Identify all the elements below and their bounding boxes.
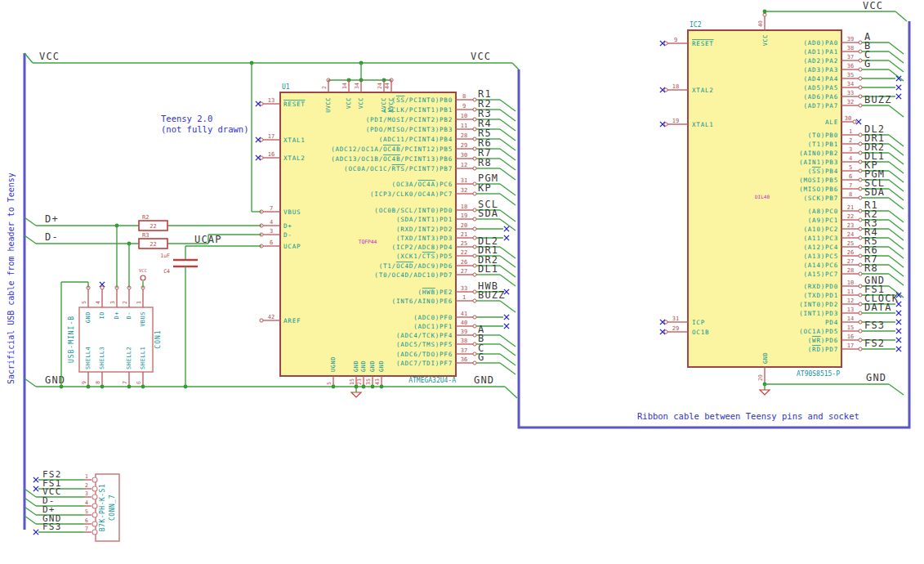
svg-text:2: 2: [85, 482, 88, 489]
svg-text:22: 22: [461, 249, 467, 256]
svg-text:6: 6: [849, 173, 852, 180]
svg-text:DIL40: DIL40: [755, 194, 770, 199]
svg-text:ALE: ALE: [825, 119, 838, 126]
svg-text:21: 21: [461, 231, 467, 238]
svg-text:17: 17: [847, 342, 854, 349]
svg-text:VCC: VCC: [346, 97, 352, 109]
svg-text:AREF: AREF: [283, 317, 301, 325]
svg-text:4: 4: [85, 499, 88, 506]
ic-u1: U1ATMEGA32U4-ATQFP442UVCC14VCC34VCC24AVC…: [256, 80, 516, 385]
svg-text:1: 1: [462, 294, 466, 301]
svg-text:12: 12: [461, 162, 467, 168]
svg-text:35: 35: [847, 72, 854, 78]
svg-text:BUZZ: BUZZ: [478, 289, 506, 301]
svg-text:(A9)PC1: (A9)PC1: [808, 217, 838, 224]
svg-text:XTAL2: XTAL2: [283, 154, 306, 162]
svg-text:R8: R8: [478, 157, 492, 168]
svg-text:(TXD/INT3)PD3: (TXD/INT3)PD3: [396, 235, 453, 242]
svg-text:9: 9: [81, 381, 87, 384]
svg-text:40: 40: [461, 320, 467, 326]
svg-text:(ICP3/CLK0/OC4A)PC7: (ICP3/CLK0/OC4A)PC7: [370, 190, 453, 198]
svg-text:GND: GND: [762, 352, 769, 364]
svg-text:(AD6)PA6: (AD6)PA6: [803, 93, 838, 101]
svg-text:22: 22: [847, 213, 854, 220]
svg-text:18: 18: [461, 204, 467, 210]
svg-text:D+: D+: [283, 222, 292, 230]
svg-text:GND: GND: [353, 360, 359, 372]
svg-text:34: 34: [354, 83, 360, 89]
svg-text:(A12)PC4: (A12)PC4: [803, 244, 838, 251]
svg-text:22: 22: [150, 241, 156, 248]
svg-text:21: 21: [847, 204, 854, 211]
svg-text:UCAP: UCAP: [194, 234, 222, 245]
svg-text:(OC0B/SCL/INT0)PD0: (OC0B/SCL/INT0)PD0: [374, 207, 453, 214]
svg-text:39: 39: [461, 329, 467, 335]
svg-text:D+: D+: [114, 311, 120, 319]
svg-text:(A13)PC5: (A13)PC5: [803, 253, 838, 260]
svg-text:(ADC13/OC1B/OC4B/PCINT13)PB6: (ADC13/OC1B/OC4B/PCINT13)PB6: [331, 155, 453, 163]
svg-text:33: 33: [847, 90, 854, 96]
svg-text:(INT1)PD3: (INT1)PD3: [799, 310, 838, 317]
svg-text:32: 32: [847, 99, 854, 105]
svg-text:R3: R3: [142, 232, 149, 239]
resistor-r2: R222: [139, 214, 167, 231]
svg-text:38: 38: [461, 338, 467, 344]
svg-text:SHELL4: SHELL4: [85, 347, 92, 369]
svg-text:3: 3: [849, 146, 852, 153]
svg-text:6: 6: [85, 517, 88, 524]
svg-text:23: 23: [356, 378, 363, 385]
svg-text:41: 41: [461, 311, 467, 317]
svg-text:16: 16: [268, 151, 275, 158]
svg-text:GND: GND: [45, 374, 65, 386]
svg-text:14: 14: [847, 316, 854, 322]
svg-text:GND: GND: [369, 360, 376, 372]
svg-text:16: 16: [847, 333, 854, 340]
svg-text:6: 6: [136, 381, 142, 384]
svg-text:SHELL1: SHELL1: [140, 347, 146, 369]
svg-text:27: 27: [847, 258, 854, 265]
svg-text:KP: KP: [478, 182, 492, 194]
header-conn7: B7K-PH-K-S1CONN_7FS21FS12VCC3D-4D+5GND6F…: [25, 469, 119, 541]
svg-text:1uF: 1uF: [160, 253, 170, 259]
svg-text:GND: GND: [474, 374, 494, 386]
svg-text:(A11)PC3: (A11)PC3: [803, 235, 838, 242]
svg-text:24: 24: [847, 231, 854, 238]
svg-text:(ADC5/TMS)PF5: (ADC5/TMS)PF5: [396, 341, 453, 348]
svg-text:23: 23: [847, 222, 854, 229]
svg-text:(AD0)PA0: (AD0)PA0: [803, 39, 838, 47]
svg-text:RESET: RESET: [283, 101, 306, 108]
svg-text:4: 4: [849, 155, 852, 162]
svg-text:B7K-PH-K-S1: B7K-PH-K-S1: [99, 484, 106, 531]
svg-text:5: 5: [326, 382, 333, 385]
svg-text:19: 19: [461, 213, 467, 219]
svg-text:VCC: VCC: [358, 97, 364, 109]
svg-text:R2: R2: [142, 214, 149, 221]
svg-text:13: 13: [847, 307, 854, 313]
svg-text:2: 2: [849, 137, 852, 144]
svg-text:3: 3: [85, 490, 88, 497]
svg-text:(ADC11/PCINT4)PB4: (ADC11/PCINT4)PB4: [379, 136, 453, 143]
svg-text:(AD7)PA7: (AD7)PA7: [803, 102, 838, 110]
svg-text:43: 43: [374, 378, 381, 385]
svg-text:ID: ID: [99, 311, 105, 319]
ic-ic2: IC2AT90S8515-PDIL4040VCCVCC20GNDGND9RESE…: [660, 0, 907, 395]
svg-text:GND: GND: [85, 311, 92, 323]
svg-text:(XCK1/CTS)PD5: (XCK1/CTS)PD5: [396, 253, 453, 260]
svg-text:ATMEGA32U4-A: ATMEGA32U4-A: [408, 377, 456, 384]
svg-text:(SDA/INT1)PD1: (SDA/INT1)PD1: [396, 216, 453, 223]
svg-text:31: 31: [461, 177, 467, 184]
svg-text:G: G: [864, 58, 871, 69]
svg-text:(A10)PC2: (A10)PC2: [803, 226, 838, 233]
svg-text:35: 35: [365, 378, 372, 385]
svg-text:31: 31: [672, 316, 679, 322]
svg-text:VBUS: VBUS: [283, 208, 301, 216]
svg-text:(WR)PD6: (WR)PD6: [808, 337, 838, 344]
svg-text:26: 26: [847, 249, 854, 256]
svg-text:24: 24: [377, 83, 383, 89]
svg-text:(SCLK/PCINT1)PB1: (SCLK/PCINT1)PB1: [383, 106, 453, 114]
svg-text:GND: GND: [866, 372, 886, 383]
svg-text:15: 15: [847, 325, 854, 331]
svg-text:(AIN0)PB2: (AIN0)PB2: [799, 150, 838, 157]
svg-text:5: 5: [81, 301, 87, 304]
resistor-r3: R322: [139, 232, 167, 249]
